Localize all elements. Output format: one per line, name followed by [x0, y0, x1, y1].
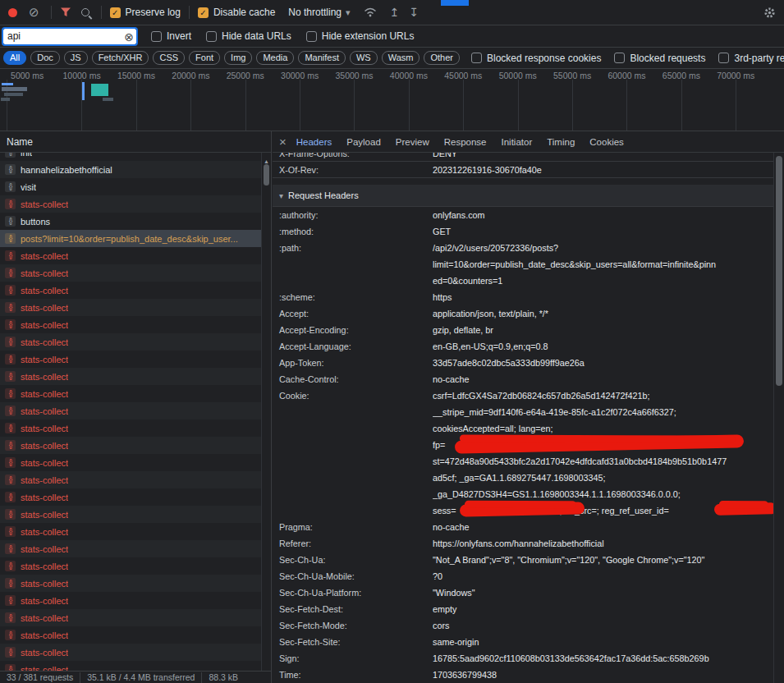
request-row[interactable]: stats-collect	[0, 592, 261, 609]
type-filter-chip[interactable]: Img	[224, 51, 252, 65]
request-row[interactable]: stats-collect	[0, 247, 261, 264]
request-row[interactable]: stats-collect	[0, 368, 261, 385]
network-conditions-icon[interactable]	[364, 7, 377, 17]
checkbox-unchecked-icon	[206, 31, 217, 42]
request-row[interactable]: stats-collect	[0, 575, 261, 592]
preserve-log-checkbox[interactable]: Preserve log	[110, 7, 181, 18]
request-name: stats-collect	[21, 268, 68, 278]
close-details-icon[interactable]	[279, 135, 287, 148]
details-tab[interactable]: Payload	[346, 137, 381, 147]
details-tab[interactable]: Headers	[296, 137, 332, 147]
request-row[interactable]: stats-collect	[0, 609, 261, 626]
network-main-area: Name init hannahelizabethofficial	[0, 131, 784, 683]
request-row[interactable]: stats-collect	[0, 661, 261, 671]
type-filter-chip[interactable]: Fetch/XHR	[92, 51, 149, 65]
filter-option-label: Blocked response cookies	[487, 53, 601, 64]
hide-extension-urls-checkbox[interactable]: Hide extension URLs	[306, 30, 415, 42]
request-list-scrollbar[interactable]	[261, 153, 271, 671]
request-row[interactable]: stats-collect	[0, 351, 261, 368]
filter-toggle-button[interactable]	[60, 7, 71, 17]
header-row: Sec-Ch-Ua-Platform: "Windows"	[273, 584, 773, 601]
timeline-label: 40000 ms	[382, 69, 436, 80]
request-row[interactable]: stats-collect	[0, 437, 261, 454]
details-tab[interactable]: Cookies	[589, 137, 624, 147]
header-name: Sec-Ch-Ua-Mobile:	[273, 568, 433, 584]
header-name: Referer:	[273, 535, 433, 552]
request-row[interactable]: stats-collect	[0, 644, 261, 661]
type-filter-chip[interactable]: All	[3, 51, 26, 65]
request-name: init	[21, 153, 32, 158]
name-column-header[interactable]: Name	[0, 131, 271, 153]
export-har-button[interactable]	[409, 7, 419, 18]
request-type-icon	[5, 492, 16, 502]
request-row[interactable]: stats-collect	[0, 402, 261, 419]
request-row[interactable]: stats-collect	[0, 333, 261, 351]
scrollbar-thumb[interactable]	[264, 164, 269, 186]
request-row[interactable]: stats-collect	[0, 523, 261, 540]
request-row[interactable]: stats-collect	[0, 195, 261, 213]
request-type-icon	[5, 543, 16, 554]
scrollbar-thumb[interactable]	[776, 156, 782, 386]
request-row[interactable]: stats-collect	[0, 385, 261, 402]
timeline-label: 5000 ms	[0, 69, 54, 80]
type-filter-chip[interactable]: Wasm	[382, 51, 420, 65]
details-scrollbar[interactable]	[773, 153, 784, 683]
request-row[interactable]: stats-collect	[0, 264, 261, 282]
request-name: stats-collect	[21, 372, 68, 382]
request-row[interactable]: hannahelizabethofficial	[0, 161, 261, 178]
details-tab[interactable]: Response	[444, 137, 487, 147]
waterfall-bar	[2, 87, 27, 91]
filter-option-checkbox[interactable]: Blocked requests	[614, 53, 705, 64]
disable-cache-checkbox[interactable]: Disable cache	[198, 7, 275, 18]
type-filter-chip[interactable]: Manifest	[298, 51, 346, 65]
invert-checkbox[interactable]: Invert	[151, 30, 191, 42]
request-headers-section-header[interactable]: Request Headers	[273, 185, 773, 207]
request-row[interactable]: stats-collect	[0, 299, 261, 316]
request-row[interactable]: stats-collect	[0, 282, 261, 299]
header-row: App-Token: 33d57ade8c02dbc5a333db99ff9ae…	[273, 355, 773, 371]
request-row[interactable]: stats-collect	[0, 488, 261, 506]
throttling-select[interactable]: No throttling	[288, 7, 350, 18]
record-button[interactable]	[8, 8, 17, 17]
header-name: :authority:	[273, 207, 433, 223]
type-filter-chip[interactable]: Other	[424, 51, 460, 65]
type-filter-chip[interactable]: WS	[350, 51, 378, 65]
filter-option-checkbox[interactable]: 3rd-party requests	[718, 53, 784, 64]
type-filter-chip[interactable]: CSS	[153, 51, 185, 65]
request-row[interactable]: buttons	[0, 213, 261, 230]
request-row[interactable]: stats-collect	[0, 557, 261, 575]
request-row[interactable]: stats-collect	[0, 540, 261, 557]
settings-gear-icon[interactable]	[763, 7, 776, 19]
request-row[interactable]: stats-collect	[0, 471, 261, 488]
clear-filter-icon[interactable]	[124, 30, 134, 44]
request-row[interactable]: stats-collect	[0, 506, 261, 523]
header-name: Accept-Language:	[273, 338, 433, 355]
request-row[interactable]: posts?limit=10&order=publish_date_desc&s…	[0, 230, 261, 247]
request-row[interactable]: stats-collect	[0, 454, 261, 471]
details-tab[interactable]: Timing	[547, 137, 575, 147]
request-row[interactable]: stats-collect	[0, 626, 261, 644]
filter-option-checkbox[interactable]: Blocked response cookies	[471, 53, 601, 64]
request-name: stats-collect	[21, 286, 68, 296]
request-row[interactable]: stats-collect	[0, 419, 261, 437]
request-type-icon	[5, 664, 16, 671]
type-filter-chip[interactable]: Font	[189, 51, 220, 65]
clear-network-log-button[interactable]	[29, 5, 39, 20]
type-filter-chip[interactable]: Media	[256, 51, 294, 65]
hide-data-urls-checkbox[interactable]: Hide data URLs	[206, 30, 291, 42]
network-filter-input[interactable]	[3, 29, 136, 44]
request-name: stats-collect	[21, 424, 68, 433]
request-row[interactable]: init	[0, 153, 261, 161]
import-har-button[interactable]	[390, 7, 400, 18]
details-tab[interactable]: Initiator	[502, 137, 533, 147]
timeline-overview[interactable]: 5000 ms10000 ms15000 ms20000 ms25000 ms3…	[0, 69, 784, 131]
headers-content: X-Frame-Options: DENY X-Of-Rev: 20231226…	[273, 153, 773, 683]
request-row[interactable]: stats-collect	[0, 316, 261, 333]
search-icon[interactable]	[81, 8, 89, 16]
details-tab[interactable]: Preview	[396, 137, 429, 147]
type-filter-chip[interactable]: JS	[64, 51, 88, 65]
type-filter-chip[interactable]: Doc	[30, 51, 60, 65]
request-name: stats-collect	[21, 406, 68, 416]
request-row[interactable]: visit	[0, 178, 261, 195]
request-name: stats-collect	[21, 596, 68, 606]
